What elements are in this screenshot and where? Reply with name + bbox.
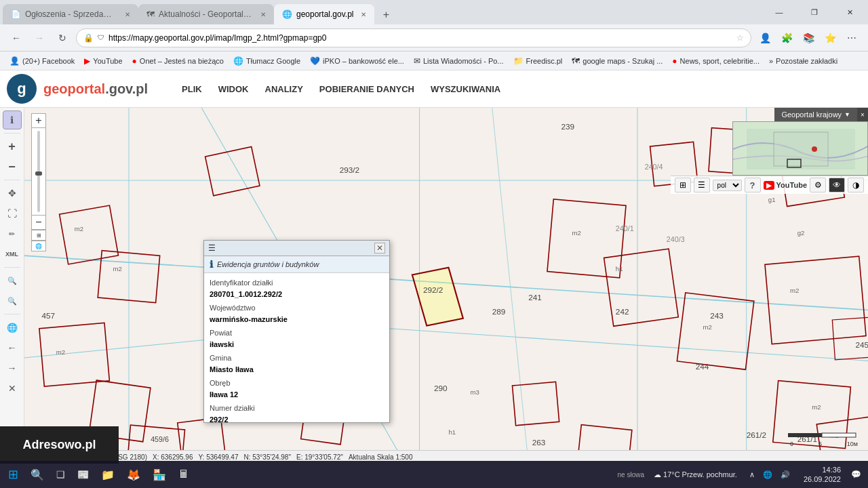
youtube-logo[interactable]: ▶ YouTube xyxy=(764,181,807,190)
bookmark-freedisc[interactable]: 📁 Freedisc.pl xyxy=(509,55,567,67)
search-btn[interactable]: 🔍 xyxy=(25,462,50,487)
arrow-right-btn[interactable]: → xyxy=(3,359,22,378)
bookmark-translate[interactable]: 🌐 Tłumacz Google xyxy=(229,55,304,67)
grid-btn[interactable]: ⊞ xyxy=(675,178,691,192)
zoom-handle[interactable] xyxy=(35,171,42,176)
globe-btn[interactable]: 🌐 xyxy=(3,318,22,337)
help-btn[interactable]: ? xyxy=(745,178,761,192)
svg-text:g2: g2 xyxy=(797,229,805,237)
scale-label: Aktualna Skala 1:500 xyxy=(349,453,413,461)
popup-close-btn[interactable]: ✕ xyxy=(374,243,385,253)
start-button[interactable]: ⊞ xyxy=(3,462,24,487)
tab-3[interactable]: 🌐 geoportal.gov.pl ✕ xyxy=(274,4,374,24)
menu-pobieranie[interactable]: POBIERANIE DANYCH xyxy=(313,80,421,98)
panel-toggle-btn[interactable]: × xyxy=(857,108,868,121)
settings-map-btn[interactable]: ⚙ xyxy=(810,178,826,192)
settings-icon[interactable]: ⋯ xyxy=(842,28,861,47)
info-btn[interactable]: ℹ xyxy=(3,110,22,129)
security-icon: 🛡 xyxy=(98,34,104,41)
xml-btn[interactable]: XML xyxy=(3,245,22,264)
tab-1[interactable]: 📄 Ogłoszenia - Sprzedam, kupie n... ✕ xyxy=(3,4,138,24)
zoom-scale-btn[interactable]: ⊞ xyxy=(31,230,46,241)
tab3-favicon: 🌐 xyxy=(282,9,292,19)
contrast-btn[interactable]: ◑ xyxy=(848,178,864,192)
notification-button[interactable]: 💬 xyxy=(846,465,865,484)
star-icon[interactable]: ☆ xyxy=(736,33,744,43)
e-coord: E: 19°33'05.72" xyxy=(296,453,343,461)
close-button[interactable]: ✕ xyxy=(834,0,865,24)
menu-widok[interactable]: WIDOK xyxy=(212,80,256,98)
menu-analizy[interactable]: ANALIZY xyxy=(258,80,310,98)
bookmark-facebook[interactable]: 👤 (20+) Facebook xyxy=(5,55,79,67)
file-manager-taskbar-btn[interactable]: 📁 xyxy=(96,462,120,487)
select-btn[interactable]: ⛶ xyxy=(3,204,22,223)
minimize-button[interactable]: — xyxy=(764,0,795,24)
widgets-btn[interactable]: 📰 xyxy=(72,462,94,487)
firefox-taskbar-btn[interactable]: 🦊 xyxy=(121,462,146,487)
svg-text:g1: g1 xyxy=(768,196,776,203)
address-bar[interactable]: 🔒 🛡 ☆ xyxy=(76,28,751,47)
bookmark-ipko[interactable]: 💙 iPKO – bankowość ele... xyxy=(306,55,408,67)
geo-logo-circle: g xyxy=(7,74,37,104)
zoom-out-btn[interactable]: − xyxy=(3,157,22,176)
menu-plik[interactable]: PLIK xyxy=(175,80,209,98)
forward-button[interactable]: → xyxy=(30,28,49,47)
mini-map[interactable] xyxy=(732,121,868,176)
arrow-left-btn[interactable]: ← xyxy=(3,338,22,357)
zoom-plus-btn[interactable]: + xyxy=(31,113,46,128)
bookmark-youtube[interactable]: ▶ YouTube xyxy=(80,55,126,67)
refresh-button[interactable]: ↻ xyxy=(53,28,72,47)
zoom-controls: + − ⊞ 🌐 xyxy=(31,113,46,251)
popup-titlebar: ☰ ✕ xyxy=(204,241,389,256)
tab1-favicon: 📄 xyxy=(11,9,21,19)
tab2-label: Aktualności - Geoportal Krajowy xyxy=(159,9,254,19)
store-taskbar-btn[interactable]: 🏪 xyxy=(147,462,172,487)
left-toolbar: ℹ + − ✥ ⛶ ✏ XML 🔍 🔍 🌐 ← → ✕ xyxy=(0,108,24,464)
extensions-icon[interactable]: 🧩 xyxy=(777,28,796,47)
pan-btn[interactable]: ✥ xyxy=(3,184,22,203)
zoom-minus-btn[interactable]: − xyxy=(31,215,46,230)
tray-chevron[interactable]: ∧ xyxy=(747,469,757,481)
url-input[interactable] xyxy=(108,33,732,43)
tab3-close[interactable]: ✕ xyxy=(361,11,366,18)
weather-widget[interactable]: ☁ 17°C Przew. pochmur. xyxy=(651,469,740,481)
bookmark-lista[interactable]: ✉ Lista Wiadomości - Po... xyxy=(410,55,508,67)
id-label: Identyfikator działki xyxy=(210,279,273,287)
maximize-button[interactable]: ❐ xyxy=(799,0,830,24)
network-icon[interactable]: 🌐 xyxy=(760,469,775,481)
magnify-plus-btn[interactable]: 🔍 xyxy=(3,271,22,290)
svg-text:h1: h1 xyxy=(448,428,456,436)
zoom-slider[interactable] xyxy=(31,128,46,215)
layers-btn[interactable]: ☰ xyxy=(694,178,710,192)
back-button[interactable]: ← xyxy=(7,28,26,47)
menu-wyszukiwania[interactable]: WYSZUKIWANIA xyxy=(424,80,507,98)
map-area[interactable]: 239 293/2 293/1 292/2 457 289 241 242 24… xyxy=(0,108,868,464)
bookmark-gmaps[interactable]: 🗺 google maps - Szukaj ... xyxy=(568,55,667,67)
clock[interactable]: 14:36 26.09.2022 xyxy=(800,464,845,486)
draw-btn[interactable]: ✏ xyxy=(3,224,22,243)
zoom-track[interactable] xyxy=(37,131,40,212)
collections-icon[interactable]: 📚 xyxy=(799,28,818,47)
account-icon[interactable]: 👤 xyxy=(755,28,774,47)
zoom-globe-btn[interactable]: 🌐 xyxy=(31,241,46,251)
tab-2[interactable]: 🗺 Aktualności - Geoportal Krajowy ✕ xyxy=(138,4,274,24)
bookmark-news[interactable]: ● News, sport, celebritie... xyxy=(668,55,764,67)
zoom-in-btn[interactable]: + xyxy=(3,137,22,156)
popup-body[interactable]: Identyfikator działki 280701_1.0012.292/… xyxy=(204,273,389,422)
new-tab-button[interactable]: + xyxy=(377,5,396,24)
calculator-taskbar-btn[interactable]: 🖩 xyxy=(173,462,195,487)
favorites-icon[interactable]: ⭐ xyxy=(821,28,840,47)
remove-btn[interactable]: ✕ xyxy=(3,379,22,398)
bookmark-more[interactable]: » Pozostałe zakładki xyxy=(765,56,842,66)
visibility-btn[interactable]: 👁 xyxy=(829,178,845,192)
browser-window: 📄 Ogłoszenia - Sprzedam, kupie n... ✕ 🗺 … xyxy=(0,0,868,464)
magnify-minus-btn[interactable]: 🔍 xyxy=(3,291,22,310)
geoportal-krajowy-btn[interactable]: Geoportal krajowy ▼ xyxy=(774,108,857,121)
tab2-close[interactable]: ✕ xyxy=(260,11,266,18)
tab1-close[interactable]: ✕ xyxy=(125,11,130,18)
bookmark-onet[interactable]: ● Onet – Jesteś na bieżąco xyxy=(128,55,228,67)
language-select[interactable]: pol eng xyxy=(713,180,742,191)
task-view-btn[interactable]: ❑ xyxy=(51,462,71,487)
sound-icon[interactable]: 🔊 xyxy=(778,469,793,481)
svg-text:242: 242 xyxy=(616,307,629,316)
